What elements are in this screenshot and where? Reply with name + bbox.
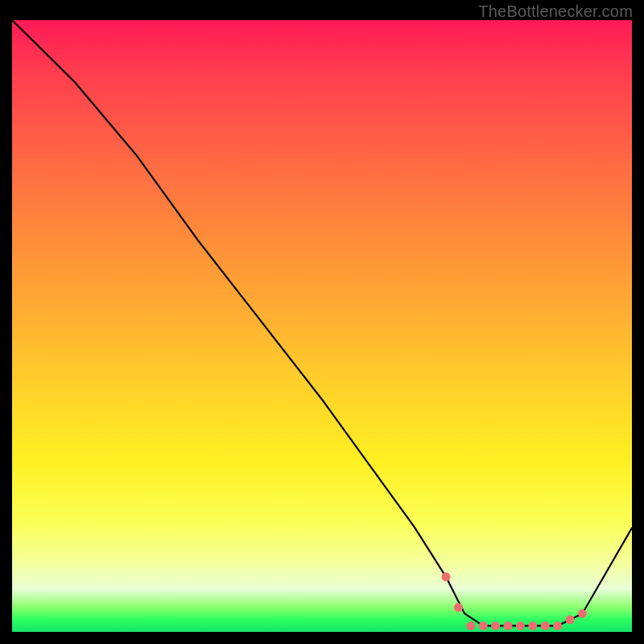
chart-stage: TheBottlenecker.com [0, 0, 644, 644]
curve-marker [578, 609, 587, 618]
bottleneck-curve [12, 20, 632, 625]
curve-marker [491, 621, 500, 630]
curve-marker [466, 621, 475, 630]
curve-marker [566, 615, 575, 624]
curve-marker [504, 621, 513, 630]
plot-area [12, 20, 632, 632]
curve-marker [553, 621, 562, 630]
chart-svg [12, 20, 632, 632]
curve-marker [528, 621, 537, 630]
curve-marker [479, 621, 488, 630]
attribution-text: TheBottlenecker.com [478, 2, 633, 21]
curve-marker [454, 603, 463, 612]
curve-marker [442, 572, 451, 581]
curve-marker [516, 621, 525, 630]
curve-line [12, 20, 632, 625]
curve-marker [541, 621, 550, 630]
